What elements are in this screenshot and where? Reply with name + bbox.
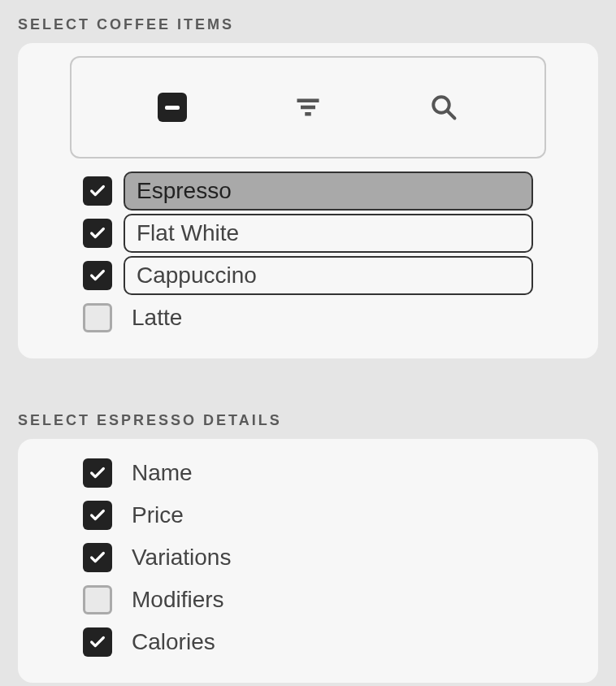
checkbox-flat-white[interactable] (83, 219, 112, 248)
checkbox-calories[interactable] (83, 627, 112, 657)
filter-button[interactable] (243, 58, 373, 157)
checkbox-espresso[interactable] (83, 176, 112, 206)
details-card: Name Price Variations Modifiers (18, 439, 598, 683)
svg-rect-1 (301, 106, 315, 110)
list-item: Latte (83, 297, 533, 339)
item-pill-cappuccino[interactable]: Cappuccino (124, 256, 533, 295)
coffee-card: Espresso Flat White Cappuccino (18, 43, 598, 358)
checkbox-variations[interactable] (83, 543, 112, 572)
svg-rect-0 (297, 99, 319, 103)
coffee-list: Espresso Flat White Cappuccino (70, 170, 546, 339)
checkbox-price[interactable] (83, 501, 112, 530)
checkbox-latte[interactable] (83, 303, 112, 332)
item-label: Espresso (137, 178, 232, 204)
checkbox-cappuccino[interactable] (83, 261, 112, 290)
item-label: Variations (124, 545, 533, 571)
checkbox-name[interactable] (83, 458, 112, 488)
item-label: Modifiers (124, 587, 533, 613)
item-pill-espresso[interactable]: Espresso (124, 172, 533, 211)
list-item: Espresso (83, 170, 533, 212)
indeterminate-icon (158, 93, 187, 122)
svg-line-4 (448, 111, 455, 119)
coffee-toolbar (70, 56, 546, 158)
section-title-coffee: Select Coffee Items (18, 16, 598, 33)
search-button[interactable] (379, 58, 509, 157)
list-item: Modifiers (83, 579, 533, 621)
details-list: Name Price Variations Modifiers (70, 452, 546, 663)
item-label: Cappuccino (137, 263, 257, 289)
checkbox-modifiers[interactable] (83, 585, 112, 614)
list-item: Price (83, 494, 533, 536)
item-pill-flat-white[interactable]: Flat White (124, 214, 533, 253)
section-title-details: Select Espresso Details (18, 412, 598, 429)
list-item: Flat White (83, 212, 533, 254)
search-icon (429, 93, 458, 122)
list-item: Variations (83, 536, 533, 579)
list-item: Cappuccino (83, 254, 533, 297)
item-label: Flat White (137, 220, 239, 246)
item-label: Latte (124, 305, 533, 331)
svg-rect-2 (305, 112, 311, 116)
filter-icon (293, 93, 323, 122)
item-label: Price (124, 502, 533, 528)
list-item: Calories (83, 621, 533, 663)
list-item: Name (83, 452, 533, 494)
item-label: Calories (124, 629, 533, 655)
select-all-toggle[interactable] (107, 58, 237, 157)
item-label: Name (124, 460, 533, 486)
